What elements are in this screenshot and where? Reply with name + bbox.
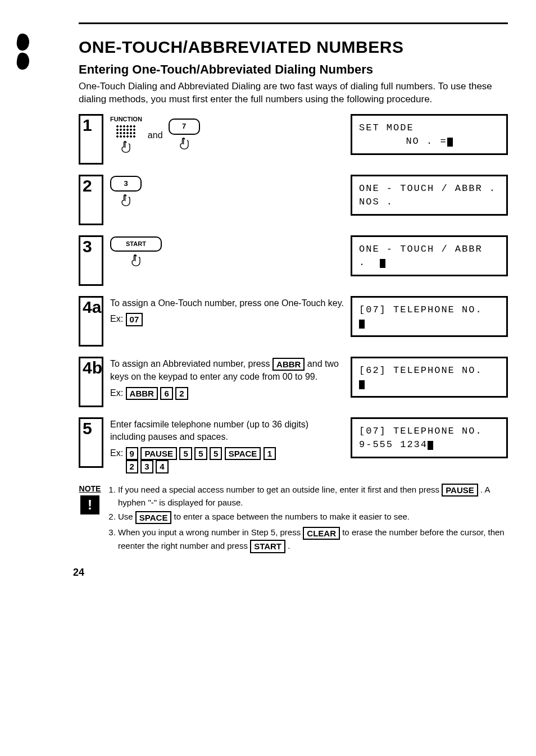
page-title: ONE-TOUCH/ABBREVIATED NUMBERS: [79, 38, 508, 57]
key-3: 3: [140, 460, 153, 473]
lcd-display: SET MODE NO . =: [351, 114, 508, 156]
lcd-display: [07] TELEPHONE NO. 9-555 1234: [351, 417, 508, 459]
hand-icon: [176, 136, 192, 153]
hand-icon: [118, 193, 134, 210]
step-text: To assign a One-Touch number, press one …: [110, 297, 344, 309]
key-2: 2: [175, 387, 188, 400]
key-2: 2: [126, 460, 138, 473]
step-number: 1: [79, 114, 103, 165]
function-keypad-icon: FUNCTION: [110, 115, 142, 156]
step-number: 5: [79, 417, 103, 468]
key-space: SPACE: [225, 447, 261, 461]
key-clear: CLEAR: [303, 527, 340, 540]
step-text: To assign an Abbreviated number, press A…: [110, 358, 344, 384]
key-3: 3: [110, 176, 142, 210]
step-text: Enter facsimile telephone number (up to …: [110, 418, 344, 444]
step-number: 3: [79, 235, 103, 286]
and-label: and: [148, 129, 163, 142]
key-5: 5: [194, 447, 207, 461]
key-start: START: [110, 236, 162, 270]
step-number: 4a: [79, 296, 103, 347]
step-4b: 4b To assign an Abbreviated number, pres…: [79, 357, 508, 407]
top-rule: [79, 22, 508, 24]
exclamation-icon: !: [80, 495, 99, 514]
binding-marks: [17, 34, 34, 72]
step-number: 2: [79, 175, 103, 225]
lcd-display: ONE - TOUCH / ABBR .: [351, 235, 508, 277]
key-9: 9: [126, 447, 138, 461]
cursor-icon: [380, 259, 385, 268]
step-4a: 4a To assign a One-Touch number, press o…: [79, 296, 508, 347]
step-3: 3 START ONE - TOUCH / ABBR .: [79, 235, 508, 286]
key-7: 7: [169, 119, 200, 152]
step-5: 5 Enter facsimile telephone number (up t…: [79, 417, 508, 473]
key-space: SPACE: [135, 511, 172, 525]
cursor-icon: [359, 320, 365, 329]
key-pause: PAUSE: [442, 484, 478, 497]
lcd-display: [07] TELEPHONE NO.: [351, 296, 508, 338]
cursor-icon: [359, 380, 365, 389]
lcd-display: ONE - TOUCH / ABBR . NOS .: [351, 175, 508, 216]
note-block: NOTE ! If you need a special access numb…: [79, 484, 508, 555]
hand-icon: [128, 253, 144, 270]
key-6: 6: [160, 387, 172, 400]
hand-icon: [118, 139, 134, 156]
step-1: 1 FUNCTION and 7 SET MODE NO . =: [79, 114, 508, 165]
key-abbr: ABBR: [126, 387, 158, 400]
key-07: 07: [126, 313, 143, 326]
intro-text: One-Touch Dialing and Abbreviated Dialin…: [79, 80, 508, 106]
note-label: NOTE: [79, 484, 101, 495]
cursor-icon: [428, 441, 433, 450]
key-5: 5: [210, 447, 222, 461]
key-pause: PAUSE: [140, 447, 177, 461]
cursor-icon: [447, 138, 453, 147]
section-title: Entering One-Touch/Abbreviated Dialing N…: [79, 62, 508, 77]
key-4: 4: [156, 460, 168, 473]
note-item: If you need a special access number to g…: [118, 484, 508, 509]
key-abbr: ABBR: [272, 358, 305, 371]
key-5: 5: [179, 447, 192, 461]
step-number: 4b: [79, 357, 103, 407]
note-item: When you input a wrong number in Step 5,…: [118, 526, 508, 553]
step-2: 2 3 ONE - TOUCH / ABBR . NOS .: [79, 175, 508, 225]
page-number: 24: [73, 567, 508, 579]
lcd-display: [62] TELEPHONE NO.: [351, 357, 508, 398]
note-item: Use SPACE to enter a space between the n…: [118, 511, 508, 524]
key-1: 1: [264, 447, 276, 461]
key-start: START: [250, 540, 285, 553]
